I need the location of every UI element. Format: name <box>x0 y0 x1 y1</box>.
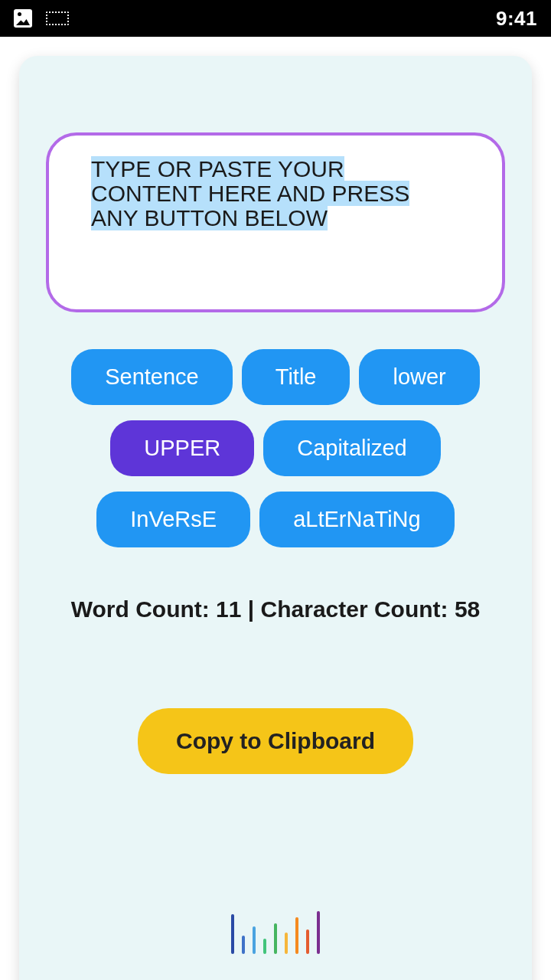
equalizer-icon <box>231 908 320 954</box>
button-row-3: InVeRsE aLtErNaTiNg <box>96 492 454 547</box>
status-bar: 9:41 <box>0 0 551 37</box>
main-card: TYPE OR PASTE YOUR CONTENT HERE AND PRES… <box>19 56 532 980</box>
button-row-2: UPPER Capitalized <box>110 420 440 476</box>
alternating-button[interactable]: aLtErNaTiNg <box>259 492 455 547</box>
upper-button[interactable]: UPPER <box>110 420 254 476</box>
counts-label: Word Count: 11 | Character Count: 58 <box>71 596 481 622</box>
text-input[interactable]: TYPE OR PASTE YOUR CONTENT HERE AND PRES… <box>46 132 505 312</box>
copy-button[interactable]: Copy to Clipboard <box>138 708 413 774</box>
sentence-button[interactable]: Sentence <box>71 349 233 405</box>
status-icons <box>14 9 69 28</box>
picture-icon <box>14 9 32 28</box>
button-row-1: Sentence Title lower <box>71 349 480 405</box>
capitalized-button[interactable]: Capitalized <box>263 420 440 476</box>
title-button[interactable]: Title <box>242 349 350 405</box>
status-time: 9:41 <box>496 7 537 31</box>
lower-button[interactable]: lower <box>359 349 479 405</box>
keyboard-icon <box>46 11 69 25</box>
inverse-button[interactable]: InVeRsE <box>96 492 250 547</box>
case-button-group: Sentence Title lower UPPER Capitalized I… <box>33 349 518 547</box>
text-content: TYPE OR PASTE YOUR CONTENT HERE AND PRES… <box>91 156 409 230</box>
